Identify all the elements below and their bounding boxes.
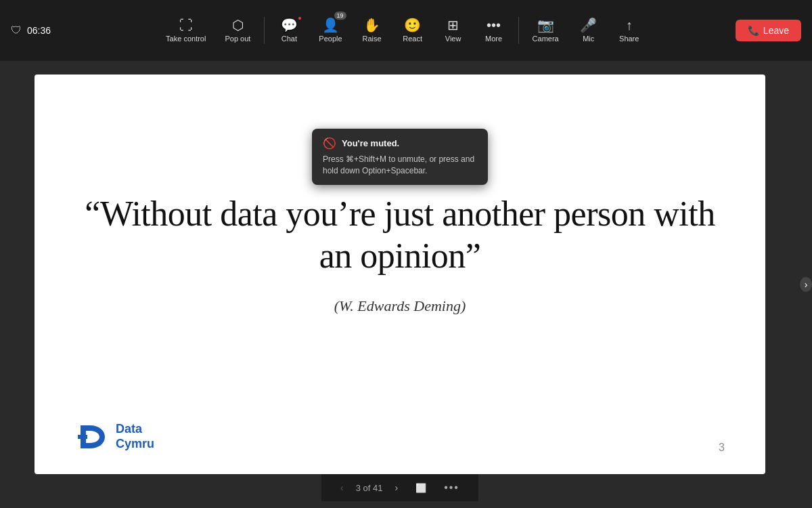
toolbar-right: 📞 Leave	[727, 20, 801, 41]
fit-window-button[interactable]: ⬜	[410, 480, 432, 496]
prev-slide-button[interactable]: ‹	[335, 480, 349, 496]
slide-footer: Data Cymru 3	[75, 420, 725, 454]
timer: 06:36	[27, 25, 51, 36]
raise-icon: ✋	[363, 18, 380, 32]
bottom-nav: ‹ 3 of 41 › ⬜ •••	[321, 474, 478, 501]
camera-button[interactable]: 📷 Camera	[523, 14, 568, 47]
slide-options-button[interactable]: •••	[438, 479, 465, 496]
slide-number: 3	[719, 442, 725, 454]
pop-out-icon: ⬡	[232, 18, 244, 32]
camera-icon: 📷	[537, 18, 554, 32]
people-icon: 👤	[322, 18, 339, 32]
page-info: 3 of 41	[356, 483, 383, 493]
main-content: 🚫 You're muted. Press ⌘+Shift+M to unmut…	[0, 61, 812, 508]
take-control-button[interactable]: ⛶ Take control	[156, 14, 215, 47]
slide-quote-text: “Without data you’re just another person…	[75, 193, 725, 278]
next-slide-button[interactable]: ›	[389, 480, 403, 496]
slide-container: 🚫 You're muted. Press ⌘+Shift+M to unmut…	[0, 61, 800, 508]
slide-quote-author: (W. Edwards Deming)	[334, 297, 466, 315]
mic-off-icon: 🚫	[323, 137, 336, 150]
share-button[interactable]: ↑ Share	[609, 14, 650, 47]
muted-tooltip: 🚫 You're muted. Press ⌘+Shift+M to unmut…	[312, 129, 488, 185]
bottom-nav-left: ‹ 3 of 41 › ⬜ •••	[335, 479, 465, 496]
people-button[interactable]: 19 👤 People	[309, 14, 351, 47]
more-button[interactable]: ••• More	[474, 14, 514, 47]
pop-out-button[interactable]: ⬡ Pop out	[215, 14, 260, 47]
mic-button[interactable]: 🎤 Mic	[568, 14, 609, 47]
chat-notification-dot	[297, 16, 302, 21]
chat-icon: 💬	[281, 18, 298, 32]
shield-icon: 🛡	[11, 24, 22, 37]
take-control-icon: ⛶	[179, 18, 193, 32]
leave-phone-icon: 📞	[748, 25, 759, 36]
logo-text: Data Cymru	[116, 422, 154, 451]
muted-tooltip-body: Press ⌘+Shift+M to unmute, or press and …	[323, 154, 477, 177]
people-count-badge: 19	[334, 12, 346, 20]
chat-button[interactable]: 💬 Chat	[269, 14, 309, 47]
logo-d-icon	[75, 420, 109, 454]
toolbar-center: ⛶ Take control ⬡ Pop out 💬 Chat 19 👤 Peo…	[78, 14, 727, 47]
share-icon: ↑	[626, 18, 633, 32]
leave-button[interactable]: 📞 Leave	[736, 20, 801, 41]
topbar: 🛡 06:36 ⛶ Take control ⬡ Pop out 💬 Chat …	[0, 0, 812, 61]
more-icon: •••	[487, 18, 501, 32]
react-icon: 🙂	[404, 18, 421, 32]
timer-section: 🛡 06:36	[11, 24, 78, 37]
toolbar-divider-1	[264, 17, 265, 44]
toolbar-divider-2	[518, 17, 519, 44]
mic-icon: 🎤	[580, 18, 597, 32]
data-cymru-logo: Data Cymru	[75, 420, 154, 454]
right-panel-collapse-handle[interactable]: ›	[800, 61, 812, 508]
chevron-right-icon: ›	[800, 277, 812, 292]
react-button[interactable]: 🙂 React	[392, 14, 433, 47]
raise-button[interactable]: ✋ Raise	[352, 14, 392, 47]
muted-tooltip-title: 🚫 You're muted.	[323, 137, 477, 150]
view-button[interactable]: ⊞ View	[433, 14, 474, 47]
view-icon: ⊞	[447, 18, 459, 32]
